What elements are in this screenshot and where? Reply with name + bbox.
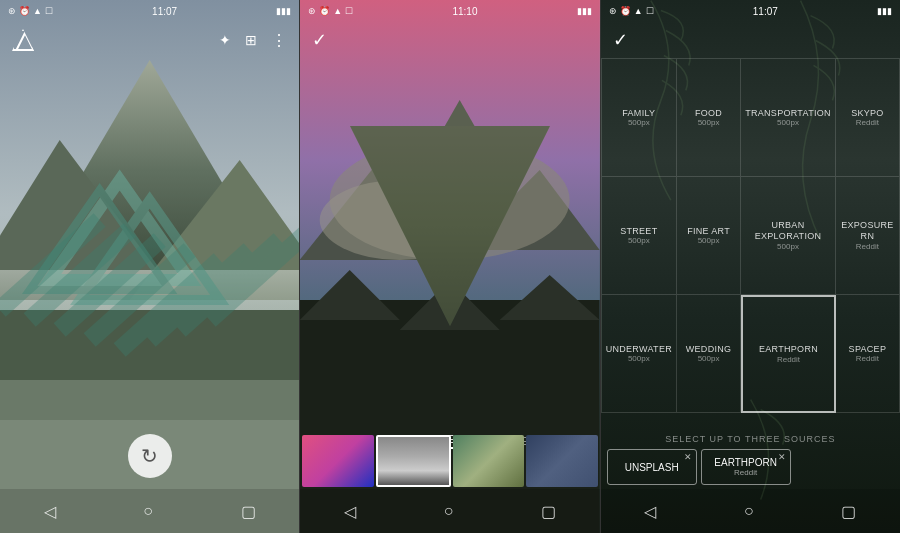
chip-unsplash-close[interactable]: ✕ <box>684 452 692 462</box>
back-nav-icon[interactable]: ◁ <box>44 502 56 521</box>
source-street[interactable]: STREET 500px <box>602 177 677 295</box>
status-right-icons: ▮▮▮ <box>276 6 291 16</box>
panel2-header: ✓ <box>300 22 599 58</box>
nav-bar-3: ◁ ○ ▢ <box>601 489 900 533</box>
alarm-icon: ⏰ <box>19 6 30 16</box>
checkmark-icon-3[interactable]: ✓ <box>613 29 628 51</box>
source-fine-art-label: FINE ART <box>687 226 730 237</box>
svg-marker-32 <box>350 126 550 326</box>
source-food-label: FOOD <box>695 108 722 119</box>
select-label-text: SELECT UP TO THREE SOURCES <box>665 434 835 444</box>
battery-icon-3: ▮▮▮ <box>877 6 892 16</box>
wifi-icon-2: ☐ <box>345 6 353 16</box>
filter-thumb-2[interactable] <box>376 435 451 487</box>
back-nav-2[interactable]: ◁ <box>344 502 356 521</box>
signal-icon-3: ▲ <box>634 6 643 16</box>
source-skypo-label: SKYPO <box>851 108 884 119</box>
filter-thumb-3[interactable] <box>453 435 524 487</box>
source-fine-art-sub: 500px <box>698 236 720 245</box>
filter-bg-2 <box>378 437 449 485</box>
triangle-outline-icon[interactable] <box>12 29 34 51</box>
status-left-3: ⊛ ⏰ ▲ ☐ <box>609 6 654 16</box>
status-left-icons: ⊛ ⏰ ▲ ☐ <box>8 6 53 16</box>
source-urban-exploration[interactable]: URBAN EXPLORATION 500px <box>741 177 836 295</box>
gallery-icon[interactable]: ⊞ <box>245 32 257 48</box>
home-nav-3[interactable]: ○ <box>744 502 754 520</box>
inverted-triangle-shape <box>350 126 550 346</box>
source-underwater-sub: 500px <box>628 354 650 363</box>
bt-icon-3: ⊛ <box>609 6 617 16</box>
source-wedding[interactable]: WEDDING 500px <box>677 295 741 413</box>
status-time-2: 11:10 <box>452 6 477 17</box>
source-food[interactable]: FOOD 500px <box>677 59 741 177</box>
nav-bar-1: ◁ ○ ▢ <box>0 489 299 533</box>
recent-nav-2[interactable]: ▢ <box>541 502 556 521</box>
recent-nav-3[interactable]: ▢ <box>841 502 856 521</box>
chip-unsplash[interactable]: ✕ UNSPLASH <box>607 449 697 485</box>
source-transportation-label: TRANSPORTATION <box>745 108 831 119</box>
alarm-icon-3: ⏰ <box>620 6 631 16</box>
chip-earthporn[interactable]: ✕ EARTHPORN Reddit <box>701 449 791 485</box>
source-exposure-label: EXPOSURE RN <box>840 220 895 242</box>
status-right-2: ▮▮▮ <box>577 6 592 16</box>
battery-icon-2: ▮▮▮ <box>577 6 592 16</box>
refresh-button[interactable]: ↻ <box>128 434 172 478</box>
source-skypo[interactable]: SKYPO Reddit <box>836 59 900 177</box>
filter-thumbnails <box>300 433 599 489</box>
sources-grid: FAMILY 500px FOOD 500px TRANSPORTATION 5… <box>601 58 900 413</box>
signal-icon-2: ▲ <box>333 6 342 16</box>
source-earthporn-label: EARTHPORN <box>759 344 818 355</box>
chip-earthporn-close[interactable]: ✕ <box>778 452 786 462</box>
filter-bg-4 <box>526 435 597 487</box>
panel-2: ⊛ ⏰ ▲ ☐ 11:10 ▮▮▮ ✓ SHAPES FILTERS EFFEC… <box>300 0 600 533</box>
selected-sources-bar: ✕ UNSPLASH ✕ EARTHPORN Reddit <box>601 445 900 489</box>
source-earthporn-sub: Reddit <box>777 355 800 364</box>
filter-bg-1 <box>302 435 373 487</box>
source-exposure-rn[interactable]: EXPOSURE RN Reddit <box>836 177 900 295</box>
source-spacep[interactable]: SPACEP Reddit <box>836 295 900 413</box>
source-underwater[interactable]: UNDERWATER 500px <box>602 295 677 413</box>
source-spacep-label: SPACEP <box>849 344 887 355</box>
source-street-sub: 500px <box>628 236 650 245</box>
source-street-label: STREET <box>620 226 657 237</box>
filter-thumb-1[interactable] <box>302 435 373 487</box>
status-left-2: ⊛ ⏰ ▲ ☐ <box>308 6 353 16</box>
recent-nav-icon[interactable]: ▢ <box>241 502 256 521</box>
magic-wand-icon[interactable]: ✦ <box>219 32 231 48</box>
bt-icon-2: ⊛ <box>308 6 316 16</box>
status-time-3: 11:07 <box>753 6 778 17</box>
source-transportation[interactable]: TRANSPORTATION 500px <box>741 59 836 177</box>
filter-thumb-4[interactable] <box>526 435 597 487</box>
source-family[interactable]: FAMILY 500px <box>602 59 677 177</box>
home-nav-icon[interactable]: ○ <box>143 502 153 520</box>
chip-earthporn-name: EARTHPORN <box>714 457 777 468</box>
wifi-icon-3: ☐ <box>646 6 654 16</box>
panel-1: ⊛ ⏰ ▲ ☐ 11:07 ▮▮▮ ✦ ⊞ ⋮ ↻ ◁ ○ ▢ <box>0 0 300 533</box>
refresh-icon: ↻ <box>141 444 158 468</box>
source-wedding-sub: 500px <box>698 354 720 363</box>
more-vert-icon[interactable]: ⋮ <box>271 31 287 50</box>
source-urban-label: URBAN EXPLORATION <box>745 220 831 242</box>
home-nav-2[interactable]: ○ <box>444 502 454 520</box>
triangle-cutout-area <box>300 58 599 413</box>
back-nav-3[interactable]: ◁ <box>644 502 656 521</box>
panel3-header: ✓ <box>601 22 900 58</box>
source-family-label: FAMILY <box>622 108 655 119</box>
source-earthporn[interactable]: EARTHPORN Reddit <box>741 295 836 413</box>
source-food-sub: 500px <box>698 118 720 127</box>
signal-icon: ▲ <box>33 6 42 16</box>
chip-unsplash-name: UNSPLASH <box>625 462 679 473</box>
status-bar-1: ⊛ ⏰ ▲ ☐ 11:07 ▮▮▮ <box>0 0 299 22</box>
source-fine-art[interactable]: FINE ART 500px <box>677 177 741 295</box>
status-right-3: ▮▮▮ <box>877 6 892 16</box>
chip-earthporn-sub: Reddit <box>734 468 757 477</box>
filter-bg-3 <box>453 435 524 487</box>
status-time-1: 11:07 <box>152 6 177 17</box>
wifi-icon: ☐ <box>45 6 53 16</box>
source-urban-sub: 500px <box>777 242 799 251</box>
source-family-sub: 500px <box>628 118 650 127</box>
panel-3: ⊛ ⏰ ▲ ☐ 11:07 ▮▮▮ ✓ FAMILY 500px FOOD 50… <box>601 0 900 533</box>
checkmark-icon[interactable]: ✓ <box>312 29 327 51</box>
battery-icon: ▮▮▮ <box>276 6 291 16</box>
nav-bar-2: ◁ ○ ▢ <box>300 489 599 533</box>
